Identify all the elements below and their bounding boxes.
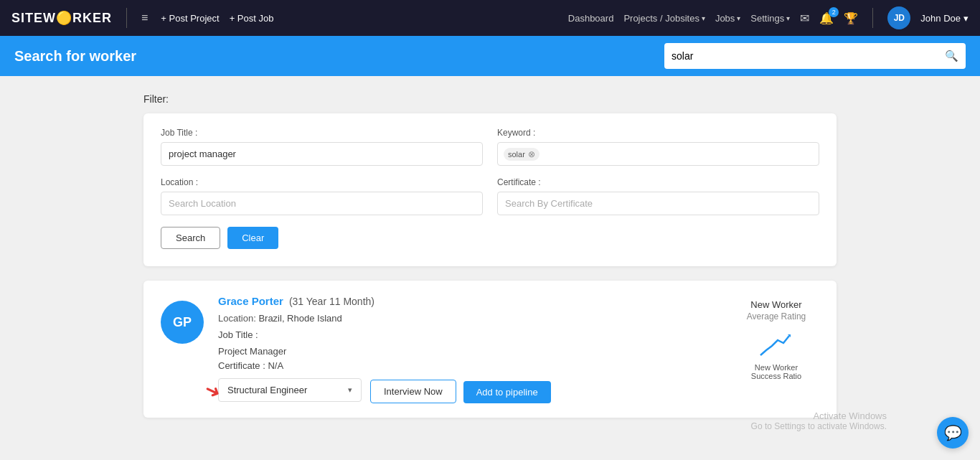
search-icon: 🔍 <box>945 50 958 62</box>
nav-projects[interactable]: Projects / Jobsites ▾ <box>623 13 705 24</box>
nav-settings[interactable]: Settings ▾ <box>750 13 790 24</box>
certificate-key: Certificate : <box>218 360 265 371</box>
worker-age: (31 Year 11 Month) <box>289 296 374 307</box>
worker-name-row: Grace Porter (31 Year 11 Month) <box>218 295 719 307</box>
post-project-button[interactable]: + Post Project <box>161 13 219 24</box>
logo-highlight: 🟡 <box>56 11 72 25</box>
worker-location: Location: Brazil, Rhode Island <box>218 311 719 327</box>
chevron-down-icon: ▾ <box>786 14 790 22</box>
worker-job-title-value: Project Manager <box>218 344 719 360</box>
worker-actions: Interview Now Add to pipeline <box>370 380 551 403</box>
worker-job-title-label: Job Title : <box>218 328 719 343</box>
worker-card: GP Grace Porter (31 Year 11 Month) Locat… <box>143 281 837 418</box>
nav-icons: ✉ 🔔2 🏆 JD John Doe ▾ <box>800 6 969 29</box>
worker-bottom-row: ➜ Structural Engineer ▾ Interview Now Ad… <box>218 377 719 403</box>
worker-info: Grace Porter (31 Year 11 Month) Location… <box>218 295 719 403</box>
filter-buttons: Search Clear <box>161 227 819 249</box>
filter-card: Job Title : Keyword : solar ⊗ Location : <box>143 113 837 266</box>
avatar[interactable]: JD <box>887 6 910 29</box>
chat-button[interactable]: 💬 <box>937 417 969 449</box>
keyword-remove-icon[interactable]: ⊗ <box>528 149 535 159</box>
worker-name[interactable]: Grace Porter <box>218 295 283 307</box>
job-title-label: Job Title : <box>161 128 483 138</box>
filter-label: Filter: <box>143 93 837 105</box>
location-field: Location : <box>161 177 483 215</box>
keyword-wrap[interactable]: solar ⊗ <box>497 142 819 166</box>
certificate-val: N/A <box>268 360 283 371</box>
location-key: Location: <box>218 313 256 324</box>
main-content: Filter: Job Title : Keyword : solar ⊗ <box>0 76 980 449</box>
page-header: Search for worker 🔍 <box>0 36 980 76</box>
keyword-field: Keyword : solar ⊗ <box>497 128 819 166</box>
user-name[interactable]: John Doe ▾ <box>920 13 969 24</box>
success-ratio-label: New WorkerSuccess Ratio <box>751 363 801 380</box>
header-search-box[interactable]: 🔍 <box>664 43 966 69</box>
bell-icon[interactable]: 🔔2 <box>819 11 834 25</box>
certificate-label: Certificate : <box>497 177 819 187</box>
search-button[interactable]: Search <box>161 227 220 249</box>
job-title-field: Job Title : <box>161 128 483 166</box>
chevron-down-icon: ▾ <box>737 14 740 22</box>
keyword-input[interactable] <box>540 143 813 165</box>
nav-divider-2 <box>872 8 873 28</box>
location-value: Brazil, Rhode Island <box>258 313 341 324</box>
nav-jobs[interactable]: Jobs ▾ <box>715 13 740 24</box>
nav-divider <box>126 8 127 28</box>
rating-title: New Worker <box>750 299 801 310</box>
worker-certificate: Certificate : N/A <box>218 360 719 371</box>
add-to-pipeline-button[interactable]: Add to pipeline <box>463 381 551 403</box>
keyword-label: Keyword : <box>497 128 819 138</box>
rating-subtitle: Average Rating <box>747 311 806 321</box>
chevron-down-icon: ▾ <box>702 14 705 22</box>
page-title: Search for worker <box>14 48 664 65</box>
interview-now-button[interactable]: Interview Now <box>370 380 456 403</box>
location-label: Location : <box>161 177 483 187</box>
post-job-button[interactable]: + Post Job <box>230 13 274 24</box>
chevron-down-icon: ▾ <box>963 13 969 24</box>
keyword-tag: solar ⊗ <box>504 148 540 161</box>
job-type-dropdown[interactable]: Structural Engineer ▾ <box>218 378 362 402</box>
success-ratio-chart <box>759 330 793 359</box>
nav-dashboard[interactable]: Dashboard <box>568 13 614 24</box>
certificate-input[interactable] <box>497 192 819 215</box>
hamburger-icon[interactable]: ≡ <box>141 11 148 24</box>
dropdown-value: Structural Engineer <box>227 385 307 395</box>
clear-button[interactable]: Clear <box>227 227 278 249</box>
mail-icon[interactable]: ✉ <box>800 11 809 25</box>
filter-row-2: Location : Certificate : <box>161 177 819 215</box>
notification-badge: 2 <box>829 7 839 17</box>
worker-avatar: GP <box>161 301 204 344</box>
job-title-input[interactable] <box>161 142 483 166</box>
location-input[interactable] <box>161 192 483 215</box>
trophy-icon[interactable]: 🏆 <box>844 11 858 25</box>
filter-row-1: Job Title : Keyword : solar ⊗ <box>161 128 819 166</box>
chevron-down-icon: ▾ <box>348 385 352 395</box>
worker-rating-section: New Worker Average Rating New WorkerSucc… <box>733 295 819 380</box>
certificate-field: Certificate : <box>497 177 819 215</box>
top-navigation: SITEW🟡RKER ≡ + Post Project + Post Job D… <box>0 0 980 36</box>
header-search-input[interactable] <box>672 50 945 62</box>
logo: SITEW🟡RKER <box>11 10 112 26</box>
